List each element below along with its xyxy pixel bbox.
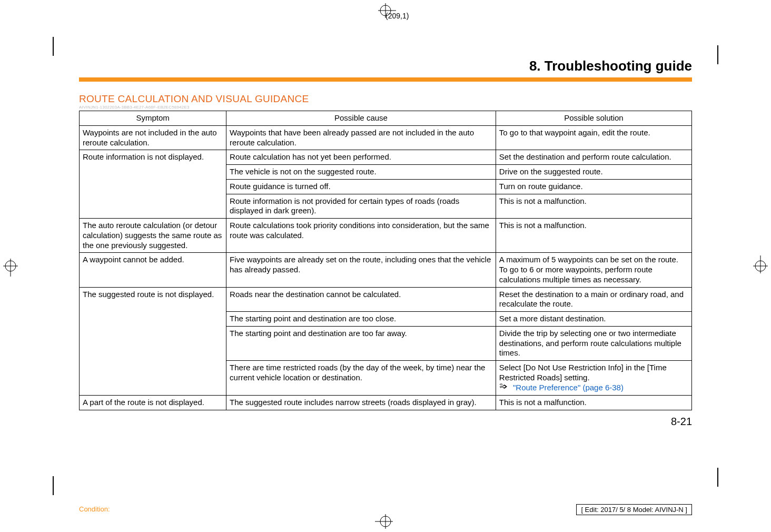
cell-solution: To go to that waypoint again, edit the r… <box>496 125 691 150</box>
cell-symptom: A waypoint cannot be added. <box>80 253 226 287</box>
cross-ref-link: "Route Preference" (page 6-38) <box>513 383 624 392</box>
table-row: A waypoint cannot be added. Five waypoin… <box>80 253 692 287</box>
cell-cause: The starting point and destination are t… <box>226 312 496 327</box>
header-rule <box>79 77 692 82</box>
th-solution: Possible solution <box>496 111 691 126</box>
table-row: Route information is not displayed. Rout… <box>80 150 692 165</box>
reg-mark <box>53 37 54 56</box>
cell-symptom: Waypoints are not included in the auto r… <box>80 125 226 150</box>
reg-mark <box>717 45 718 64</box>
cell-cause: Roads near the destination cannot be cal… <box>226 287 496 312</box>
edit-info: [ Edit: 2017/ 5/ 8 Model: AIVINJ-N ] <box>576 504 692 515</box>
page-content: 8. Troubleshooting guide ROUTE CALCULATI… <box>79 58 692 428</box>
crop-mark-right <box>753 255 768 277</box>
cell-solution: Turn on route guidance. <box>496 179 691 194</box>
cell-cause: Route calculations took priority conditi… <box>226 219 496 253</box>
cell-cause: Route guidance is turned off. <box>226 179 496 194</box>
table-row: The auto reroute calculation (or detour … <box>80 219 692 253</box>
th-cause: Possible cause <box>226 111 496 126</box>
troubleshooting-table: Symptom Possible cause Possible solution… <box>79 111 692 410</box>
condition-label: Condition: <box>79 505 110 513</box>
table-header-row: Symptom Possible cause Possible solution <box>80 111 692 126</box>
solution-text: Select [Do Not Use Restriction Info] in … <box>499 363 667 382</box>
table-row: Waypoints are not included in the auto r… <box>80 125 692 150</box>
cell-cause: Route information is not provided for ce… <box>226 194 496 219</box>
cell-solution: This is not a malfunction. <box>496 194 691 219</box>
cell-symptom: Route information is not displayed. <box>80 150 226 219</box>
cell-cause: The suggested route includes narrow stre… <box>226 395 496 410</box>
cell-cause: There are time restricted roads (by the … <box>226 361 496 396</box>
cell-symptom: A part of the route is not displayed. <box>80 395 226 410</box>
cell-symptom: The auto reroute calculation (or detour … <box>80 219 226 253</box>
cell-solution: Select [Do Not Use Restriction Info] in … <box>496 361 691 396</box>
cell-solution: This is not a malfunction. <box>496 395 691 410</box>
cell-solution: Reset the destination to a main or ordin… <box>496 287 691 312</box>
page-coord: (209,1) <box>386 12 409 20</box>
section-heading: ROUTE CALCULATION AND VISUAL GUIDANCE <box>79 93 692 105</box>
reg-mark <box>53 476 54 495</box>
crop-mark-left <box>3 255 18 277</box>
crop-mark-bottom <box>375 514 396 529</box>
table-row: A part of the route is not displayed. Th… <box>80 395 692 410</box>
cell-solution: Divide the trip by selecting one or two … <box>496 326 691 360</box>
th-symptom: Symptom <box>80 111 226 126</box>
cell-solution: A maximum of 5 waypoints can be set on t… <box>496 253 691 287</box>
cell-cause: The starting point and destination are t… <box>226 326 496 360</box>
cell-symptom: The suggested route is not displayed. <box>80 287 226 395</box>
cell-solution: This is not a malfunction. <box>496 219 691 253</box>
cell-cause: The vehicle is not on the suggested rout… <box>226 165 496 180</box>
document-id: AIVINJN1-1302203A-3BB3-4E27-A68F-EB2EC58… <box>79 105 692 110</box>
cell-cause: Route calculation has not yet been perfo… <box>226 150 496 165</box>
chapter-title: 8. Troubleshooting guide <box>79 58 692 74</box>
reg-mark <box>717 468 718 487</box>
page-number: 8-21 <box>79 416 692 428</box>
table-row: The suggested route is not displayed. Ro… <box>80 287 692 312</box>
pointer-icon <box>499 383 510 393</box>
cell-cause: Five waypoints are already set on the ro… <box>226 253 496 287</box>
cell-cause: Waypoints that have been already passed … <box>226 125 496 150</box>
cell-solution: Set a more distant destination. <box>496 312 691 327</box>
cell-solution: Drive on the suggested route. <box>496 165 691 180</box>
cell-solution: Set the destination and perform route ca… <box>496 150 691 165</box>
